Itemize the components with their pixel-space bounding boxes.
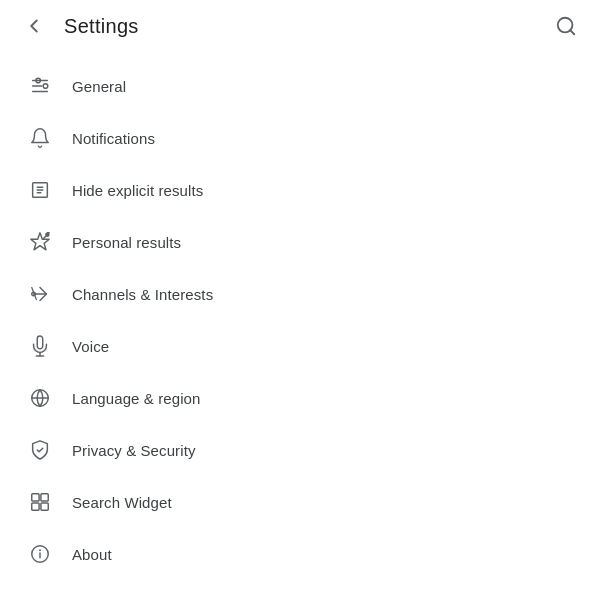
language-region-label: Language & region (72, 390, 200, 407)
header: Settings (0, 0, 600, 52)
notifications-icon (24, 127, 56, 149)
menu-item-search-widget[interactable]: Search Widget (0, 476, 600, 528)
privacy-security-icon (24, 439, 56, 461)
svg-point-5 (43, 84, 48, 89)
search-icon[interactable] (552, 12, 580, 40)
hide-explicit-label: Hide explicit results (72, 182, 203, 199)
general-label: General (72, 78, 126, 95)
menu-item-personal-results[interactable]: Personal results (0, 216, 600, 268)
voice-icon (24, 335, 56, 357)
menu-item-voice[interactable]: Voice (0, 320, 600, 372)
voice-label: Voice (72, 338, 109, 355)
svg-rect-20 (32, 503, 39, 510)
general-icon (24, 75, 56, 97)
menu-item-notifications[interactable]: Notifications (0, 112, 600, 164)
channels-interests-label: Channels & Interests (72, 286, 213, 303)
personal-results-icon (24, 231, 56, 253)
menu-item-channels-interests[interactable]: Channels & Interests (0, 268, 600, 320)
svg-rect-18 (32, 494, 39, 501)
menu-list: General Notifications Hide (0, 52, 600, 588)
svg-line-1 (570, 30, 574, 34)
settings-screen: Settings General (0, 0, 600, 600)
about-label: About (72, 546, 112, 563)
language-region-icon (24, 387, 56, 409)
back-icon[interactable] (20, 12, 48, 40)
svg-rect-19 (41, 494, 48, 501)
hide-explicit-icon (24, 179, 56, 201)
header-left: Settings (20, 12, 139, 40)
menu-item-hide-explicit[interactable]: Hide explicit results (0, 164, 600, 216)
search-widget-icon (24, 491, 56, 513)
menu-item-privacy-security[interactable]: Privacy & Security (0, 424, 600, 476)
menu-item-general[interactable]: General (0, 60, 600, 112)
personal-results-label: Personal results (72, 234, 181, 251)
privacy-security-label: Privacy & Security (72, 442, 196, 459)
menu-item-language-region[interactable]: Language & region (0, 372, 600, 424)
bottom-nav (0, 588, 600, 600)
search-widget-label: Search Widget (72, 494, 172, 511)
svg-rect-21 (41, 503, 48, 510)
menu-item-about[interactable]: About (0, 528, 600, 580)
notifications-label: Notifications (72, 130, 155, 147)
page-title: Settings (64, 15, 139, 38)
about-icon (24, 543, 56, 565)
channels-interests-icon (24, 283, 56, 305)
